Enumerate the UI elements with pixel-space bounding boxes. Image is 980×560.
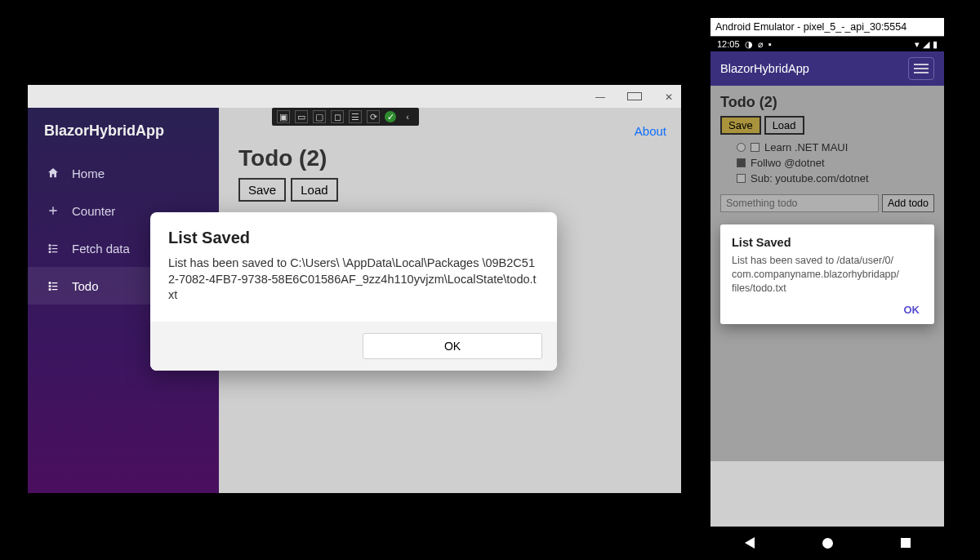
dialog-ok-button[interactable]: OK (732, 296, 923, 318)
save-button[interactable]: Save (720, 116, 761, 135)
list-item-label: Sub: youtube.com/dotnet (751, 172, 869, 184)
wifi-icon: ▾ (915, 39, 920, 50)
dialog-message: List has been saved to C:\Users\ \AppDat… (168, 256, 539, 304)
dialog-message: List has been saved to /data/user/0/ com… (732, 254, 923, 296)
sidebar-item-label: Fetch data (72, 242, 130, 256)
home-button[interactable] (822, 538, 833, 549)
status-bar: 12:05 ◑ ⌀ ▪ ▾ ◢ ▮ (710, 37, 944, 51)
battery-icon: ▮ (933, 39, 938, 50)
add-todo-input[interactable] (720, 194, 879, 212)
maximize-button[interactable] (627, 92, 642, 100)
hamburger-button[interactable] (908, 57, 934, 80)
page-title: Todo (2) (720, 94, 934, 111)
signal-icon: ◢ (923, 39, 929, 50)
about-link[interactable]: About (635, 124, 666, 138)
load-button[interactable]: Load (764, 116, 804, 135)
emulator-title: Android Emulator - pixel_5_-_api_30:5554 (710, 18, 944, 37)
save-button[interactable]: Save (238, 178, 286, 202)
debug-refresh-icon[interactable]: ⟳ (367, 110, 380, 123)
radio-icon[interactable] (737, 143, 746, 152)
list-item[interactable]: Learn .NET MAUI (737, 140, 934, 155)
debug-toolbar[interactable]: ▣ ▭ ▢ ◻ ☰ ⟳ ✓ ‹ (272, 108, 419, 126)
list-item[interactable]: Sub: youtube.com/dotnet (737, 171, 934, 186)
sidebar-item-home[interactable]: Home (28, 154, 219, 192)
app-bar: BlazorHybridApp (710, 51, 944, 86)
list-icon (46, 278, 60, 293)
checkbox-icon[interactable] (737, 174, 746, 183)
status-time: 12:05 (717, 39, 740, 49)
todo-list: Learn .NET MAUI Follwo @dotnet Sub: yout… (720, 140, 934, 186)
dialog-title: List Saved (732, 236, 923, 249)
debug-tree-icon[interactable]: ☰ (349, 110, 362, 123)
list-item-label: Learn .NET MAUI (764, 141, 848, 153)
sidebar-item-label: Counter (72, 204, 115, 218)
app-bar-title: BlazorHybridApp (720, 62, 809, 75)
sidebar-item-label: Todo (72, 279, 99, 293)
title-bar (28, 85, 681, 108)
page-title: Todo (2) (238, 145, 662, 171)
minimize-button[interactable] (593, 90, 608, 103)
debug-display-icon[interactable]: ▢ (313, 110, 326, 123)
status-app-icon: ▪ (768, 39, 772, 49)
checkbox-icon[interactable] (751, 143, 760, 152)
android-page: Todo (2) Save Load Learn .NET MAUI Follw… (710, 86, 944, 461)
list-item[interactable]: Follwo @dotnet (737, 155, 934, 171)
load-button[interactable]: Load (291, 178, 337, 202)
back-button[interactable] (745, 537, 755, 549)
list-icon (46, 241, 60, 256)
debug-box-icon[interactable]: ◻ (331, 110, 344, 123)
debug-screenshot-icon[interactable]: ▭ (295, 110, 308, 123)
status-notification-icon: ◑ (745, 39, 753, 49)
recents-button[interactable] (901, 538, 911, 548)
alert-dialog: List Saved List has been saved to C:\Use… (150, 212, 557, 371)
debug-check-icon[interactable]: ✓ (385, 111, 396, 122)
list-item-label: Follwo @dotnet (751, 157, 825, 169)
dialog-ok-button[interactable]: OK (363, 333, 542, 359)
dialog-title: List Saved (168, 229, 539, 247)
brand-title: BlazorHybridApp (28, 122, 219, 154)
status-debug-icon: ⌀ (758, 39, 764, 49)
debug-chevron-left-icon[interactable]: ‹ (401, 110, 414, 123)
android-nav-bar (710, 527, 944, 559)
add-todo-button[interactable]: Add todo (882, 194, 934, 212)
close-button[interactable] (662, 90, 676, 103)
debug-select-icon[interactable]: ▣ (277, 110, 290, 123)
sidebar-item-label: Home (72, 167, 105, 180)
alert-dialog: List Saved List has been saved to /data/… (720, 224, 934, 324)
home-icon (46, 166, 60, 180)
android-emulator: Android Emulator - pixel_5_-_api_30:5554… (710, 18, 944, 559)
plus-icon (46, 203, 60, 218)
checkbox-icon[interactable] (737, 158, 746, 167)
